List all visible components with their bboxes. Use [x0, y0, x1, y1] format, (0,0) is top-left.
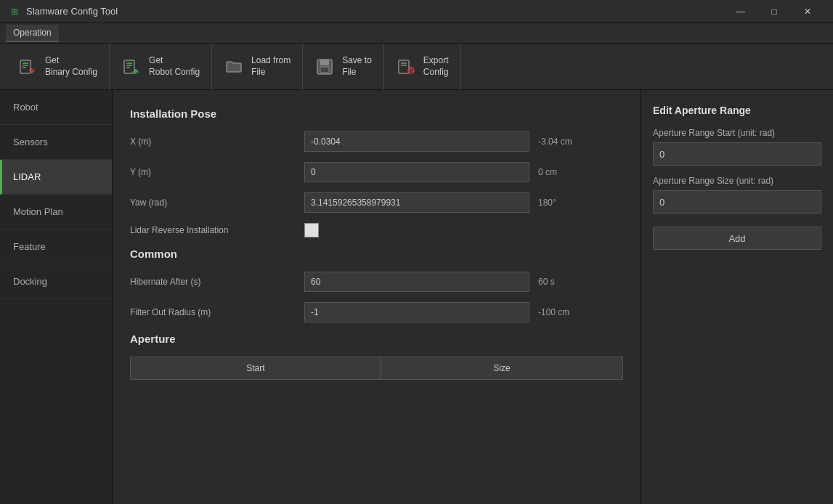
y-input[interactable]	[304, 162, 529, 182]
sidebar-item-sensors[interactable]: Sensors	[0, 125, 112, 160]
title-bar: ⊞ Slamware Config Tool — □ ✕	[0, 0, 833, 23]
svg-rect-5	[124, 60, 134, 73]
maximize-button[interactable]: □	[757, 0, 791, 23]
aperture-range-size-input[interactable]	[653, 190, 821, 214]
window-controls: — □ ✕	[724, 0, 824, 23]
y-label: Y (m)	[130, 167, 304, 177]
filter-radius-input[interactable]	[304, 302, 529, 322]
sidebar-item-lidar[interactable]: LIDAR	[0, 160, 112, 195]
form-row-filter-radius: Filter Out Radius (m) -100 cm	[130, 302, 623, 322]
app-title: Slamware Config Tool	[26, 6, 724, 17]
form-row-hibernate: Hibernate After (s) 60 s	[130, 272, 623, 292]
load-from-file-label: Load from File	[251, 55, 290, 78]
svg-rect-12	[320, 67, 329, 73]
aperture-col-start: Start	[131, 357, 381, 380]
sidebar-item-docking[interactable]: Docking	[0, 264, 112, 299]
svg-rect-13	[399, 60, 409, 73]
load-from-file-button[interactable]: Load from File	[212, 44, 303, 90]
hibernate-label: Hibernate After (s)	[130, 277, 304, 287]
robot-config-icon	[121, 57, 142, 77]
yaw-input[interactable]	[304, 192, 529, 213]
aperture-title: Aperture	[130, 333, 623, 345]
save-to-file-label: Save to File	[342, 55, 372, 78]
export-icon	[396, 57, 416, 77]
form-row-yaw: Yaw (rad) 180°	[130, 192, 623, 213]
svg-rect-11	[320, 60, 329, 65]
form-row-lidar-reverse: Lidar Reverse Installation	[130, 223, 623, 237]
sidebar-item-robot[interactable]: Robot	[0, 90, 112, 125]
yaw-label: Yaw (rad)	[130, 198, 304, 208]
save-to-file-button[interactable]: Save to File	[303, 44, 384, 90]
minimize-button[interactable]: —	[724, 0, 757, 23]
installation-pose-title: Installation Pose	[130, 107, 623, 120]
get-binary-config-label: Get Binary Config	[45, 55, 97, 78]
yaw-unit: 180°	[538, 198, 589, 208]
aperture-table: Start Size	[130, 357, 623, 380]
export-config-button[interactable]: Export Config	[384, 44, 461, 90]
get-robot-config-label: Get Robot Config	[149, 55, 200, 78]
sidebar-item-feature[interactable]: Feature	[0, 229, 112, 264]
x-label: X (m)	[130, 137, 304, 147]
save-icon	[314, 57, 335, 77]
app-icon: ⊞	[9, 6, 20, 17]
add-button[interactable]: Add	[653, 227, 821, 250]
close-button[interactable]: ✕	[791, 0, 824, 23]
sidebar: Robot Sensors LIDAR Motion Plan Feature …	[0, 90, 113, 504]
aperture-range-size-label: Aperture Range Size (unit: rad)	[653, 176, 821, 186]
content-area: Installation Pose X (m) -3.04 cm Y (m) 0…	[113, 90, 641, 504]
sidebar-item-motion-plan[interactable]: Motion Plan	[0, 195, 112, 229]
main-layout: Robot Sensors LIDAR Motion Plan Feature …	[0, 90, 833, 504]
svg-rect-0	[20, 60, 31, 73]
aperture-range-start-label: Aperture Range Start (unit: rad)	[653, 128, 821, 138]
lidar-reverse-checkbox[interactable]	[304, 223, 319, 237]
menu-item-operation[interactable]: Operation	[6, 25, 59, 42]
x-input[interactable]	[304, 131, 529, 152]
binary-icon	[17, 57, 38, 77]
lidar-reverse-label: Lidar Reverse Installation	[130, 225, 304, 235]
form-row-x: X (m) -3.04 cm	[130, 131, 623, 152]
export-config-label: Export Config	[423, 55, 449, 78]
aperture-col-size: Size	[381, 357, 622, 380]
toolbar: Get Binary Config Get Robot Config	[0, 44, 833, 90]
form-row-y: Y (m) 0 cm	[130, 162, 623, 182]
right-panel-title: Edit Aperture Range	[653, 105, 821, 116]
common-title: Common	[130, 248, 623, 260]
aperture-range-start-input[interactable]	[653, 142, 821, 166]
right-panel: Edit Aperture Range Aperture Range Start…	[641, 90, 833, 504]
filter-radius-unit: -100 cm	[538, 307, 589, 317]
y-unit: 0 cm	[538, 167, 589, 177]
get-robot-config-button[interactable]: Get Robot Config	[110, 44, 212, 90]
get-binary-config-button[interactable]: Get Binary Config	[6, 44, 110, 90]
menu-bar: Operation	[0, 23, 833, 44]
filter-radius-label: Filter Out Radius (m)	[130, 307, 304, 317]
folder-icon	[224, 57, 244, 77]
x-unit: -3.04 cm	[538, 137, 589, 147]
hibernate-unit: 60 s	[538, 277, 589, 287]
svg-line-18	[411, 70, 413, 72]
hibernate-input[interactable]	[304, 272, 529, 292]
